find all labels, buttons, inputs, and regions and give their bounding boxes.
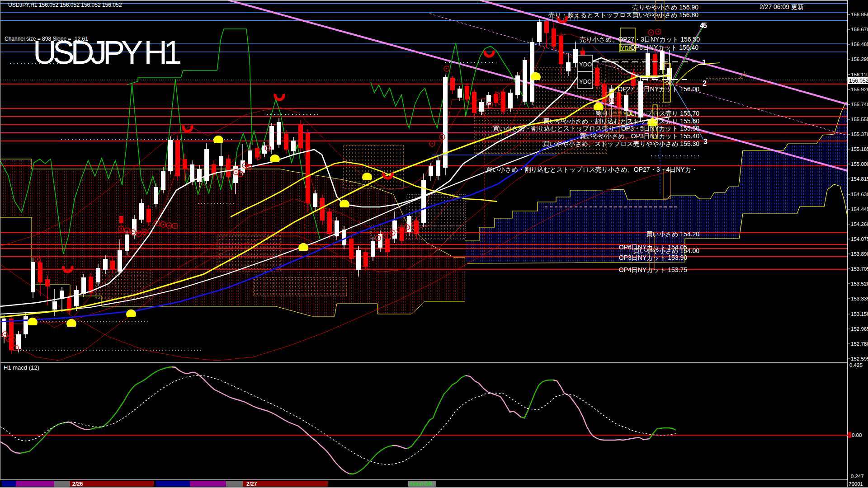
svg-text:買いやや小さめ、ストップロス売りやや小さめ 155.30: 買いやや小さめ、ストップロス売りやや小さめ 155.30 bbox=[543, 140, 699, 147]
svg-text:macd ON: macd ON bbox=[410, 481, 433, 487]
svg-text:-0.247: -0.247 bbox=[849, 474, 864, 479]
svg-text:153.705: 153.705 bbox=[851, 266, 868, 272]
svg-text:YDO: YDO bbox=[579, 61, 592, 68]
svg-text:売り・超えるとストップロス買いやや小さめ 156.80: 売り・超えるとストップロス買いやや小さめ 156.80 bbox=[548, 11, 698, 19]
svg-text:155.000: 155.000 bbox=[851, 161, 868, 167]
svg-text:153.335: 153.335 bbox=[851, 296, 868, 301]
svg-text:154.815: 154.815 bbox=[851, 176, 868, 182]
svg-text:154.260: 154.260 bbox=[851, 221, 868, 227]
svg-text:153.520: 153.520 bbox=[851, 281, 868, 286]
svg-text:154.075: 154.075 bbox=[851, 236, 868, 242]
svg-text:155.370: 155.370 bbox=[851, 131, 868, 137]
svg-text:155.185: 155.185 bbox=[851, 146, 868, 152]
svg-text:156.485: 156.485 bbox=[851, 42, 868, 47]
svg-text:0.425: 0.425 bbox=[849, 362, 863, 368]
svg-text:OP4日NYカット 153.75: OP4日NYカット 153.75 bbox=[619, 266, 687, 273]
svg-text:売りやや小さめ 156.90: 売りやや小さめ 156.90 bbox=[632, 4, 699, 11]
svg-text:OP6日NYカット 156.40: OP6日NYカット 156.40 bbox=[630, 44, 698, 51]
svg-text:H1 macd (12): H1 macd (12) bbox=[4, 364, 39, 371]
svg-text:2: 2 bbox=[703, 80, 707, 87]
svg-text:153.890: 153.890 bbox=[851, 251, 868, 257]
svg-text:2/27: 2/27 bbox=[246, 481, 257, 487]
svg-text:ストップロス売り 155.70: ストップロス売り 155.70 bbox=[627, 110, 699, 117]
svg-text:0.00: 0.00 bbox=[852, 432, 862, 438]
svg-text:70001: 70001 bbox=[849, 481, 863, 487]
svg-text:3: 3 bbox=[703, 138, 708, 145]
svg-text:154.445: 154.445 bbox=[851, 206, 868, 212]
svg-text:5: 5 bbox=[703, 22, 707, 29]
svg-text:買いやや小さめ 154.00: 買いやや小さめ 154.00 bbox=[633, 247, 700, 254]
svg-text:OP27・4日NYカット 156.00: OP27・4日NYカット 156.00 bbox=[618, 85, 699, 93]
svg-text:OP3日NYカット 153.90: OP3日NYカット 153.90 bbox=[619, 254, 687, 261]
svg-text:152.965: 152.965 bbox=[851, 326, 868, 332]
svg-text:買い小さめ・割り込むとストップロス売り、OP3・5日NYカッ: 買い小さめ・割り込むとストップロス売り、OP3・5日NYカット 155.50 bbox=[493, 125, 699, 132]
svg-text:154.630: 154.630 bbox=[851, 192, 868, 197]
svg-text:155.555: 155.555 bbox=[851, 117, 868, 122]
svg-text:155.925: 155.925 bbox=[851, 87, 868, 92]
svg-text:153.150: 153.150 bbox=[851, 311, 868, 317]
svg-text:2/27 06:09 更新: 2/27 06:09 更新 bbox=[760, 3, 804, 10]
svg-text:155.740: 155.740 bbox=[851, 102, 868, 107]
svg-text:1: 1 bbox=[702, 59, 706, 66]
svg-text:USDJPY,H1 156.052 156.052 156: USDJPY,H1 156.052 156.052 156.052 156.05… bbox=[8, 2, 122, 8]
svg-text:152.595: 152.595 bbox=[851, 356, 868, 361]
svg-text:156.295: 156.295 bbox=[851, 56, 868, 62]
svg-text:156.670: 156.670 bbox=[851, 27, 868, 32]
svg-text:買い小さめ・割り込むとストップロス売り小さめ、OP27・3・: 買い小さめ・割り込むとストップロス売り小さめ、OP27・3・4日NYカ・ bbox=[486, 166, 698, 173]
svg-text:売り小さめ、OP27・3日NYカット 156.50: 売り小さめ、OP27・3日NYカット 156.50 bbox=[580, 36, 700, 43]
svg-text:YDC: YDC bbox=[579, 78, 591, 85]
svg-text:買いやや小さめ、OP3日NYカット 155.40: 買いやや小さめ、OP3日NYカット 155.40 bbox=[580, 132, 699, 140]
svg-text:USDJPY H1: USDJPY H1 bbox=[33, 34, 182, 70]
svg-text:割り: 割り bbox=[596, 110, 609, 117]
svg-text:152.780: 152.780 bbox=[851, 341, 868, 347]
svg-text:LWH: LWH bbox=[610, 110, 621, 115]
svg-text:買い小さめ 154.20: 買い小さめ 154.20 bbox=[646, 230, 699, 238]
svg-text:2/26: 2/26 bbox=[72, 481, 83, 487]
svg-text:156.052: 156.052 bbox=[849, 78, 868, 84]
svg-text:買いやや小さめ・割り込むとストップロス売り 155.60: 買いやや小さめ・割り込むとストップロス売り 155.60 bbox=[543, 117, 699, 125]
svg-text:156.855: 156.855 bbox=[851, 12, 868, 17]
svg-text:156.110: 156.110 bbox=[851, 72, 868, 77]
